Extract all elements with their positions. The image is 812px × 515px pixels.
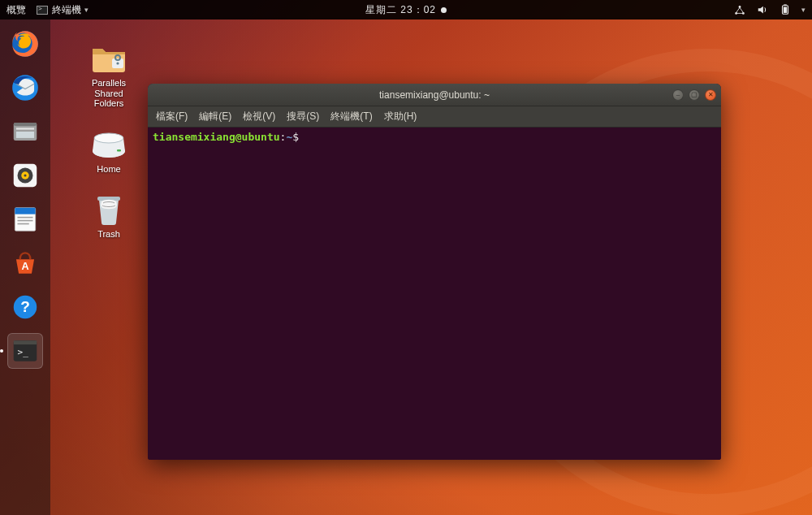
window-title: tiansemixiang@ubuntu: ~ <box>379 89 490 101</box>
close-button[interactable]: ✕ <box>705 89 716 101</box>
prompt-userhost: tiansemixiang@ubuntu <box>153 131 280 143</box>
menu-terminal[interactable]: 終端機(T) <box>330 110 372 123</box>
desktop-icon-label: Parallels Shared Folders <box>92 78 126 109</box>
desktop-icon-label: Trash <box>97 229 120 239</box>
dock-firefox[interactable] <box>7 26 43 62</box>
dock-files[interactable] <box>7 114 43 149</box>
app-menu[interactable]: 終端機 ▾ <box>36 3 89 17</box>
svg-rect-5 <box>784 7 787 13</box>
svg-point-31 <box>94 133 123 143</box>
terminal-menubar: 檔案(F) 編輯(E) 檢視(V) 搜尋(S) 終端機(T) 求助(H) <box>148 106 721 128</box>
svg-rect-25 <box>14 340 37 344</box>
menu-search[interactable]: 搜尋(S) <box>287 110 319 123</box>
minimize-button[interactable]: – <box>672 89 684 101</box>
dock-writer[interactable] <box>7 201 43 237</box>
svg-rect-19 <box>18 220 33 222</box>
dock-terminal[interactable]: >_ <box>7 333 43 369</box>
clock[interactable]: 星期二 23：02 <box>365 3 447 17</box>
desktop-icon-trash[interactable]: Trash <box>73 190 145 239</box>
svg-text:>_: >_ <box>18 347 29 357</box>
firefox-icon <box>10 28 41 59</box>
dock: A ? >_ <box>0 19 50 515</box>
menu-file[interactable]: 檔案(F) <box>156 110 188 123</box>
svg-rect-18 <box>18 217 33 219</box>
chevron-down-icon: ▾ <box>801 6 806 14</box>
desktop-icon-parallels-shared[interactable]: Parallels Shared Folders <box>73 39 145 109</box>
maximize-button[interactable]: ▢ <box>689 89 700 101</box>
rhythmbox-icon <box>10 160 41 191</box>
svg-rect-10 <box>16 128 34 129</box>
svg-rect-32 <box>117 149 121 152</box>
svg-rect-11 <box>16 132 34 138</box>
drive-icon <box>89 125 128 161</box>
terminal-icon: >_ <box>10 335 41 366</box>
thunderbird-icon <box>10 72 41 103</box>
system-tray[interactable]: ▾ <box>733 3 806 16</box>
volume-icon[interactable] <box>756 3 769 16</box>
network-icon[interactable] <box>733 3 746 16</box>
svg-rect-17 <box>15 208 35 214</box>
prompt-symbol: $ <box>292 131 299 143</box>
window-titlebar[interactable]: tiansemixiang@ubuntu: ~ – ▢ ✕ <box>148 84 721 106</box>
top-panel: 概覽 終端機 ▾ 星期二 23：02 ▾ <box>0 0 812 19</box>
software-icon: A <box>10 248 41 279</box>
svg-text:?: ? <box>20 298 30 315</box>
terminal-body[interactable]: tiansemixiang@ubuntu:~$ <box>148 128 721 460</box>
terminal-window: tiansemixiang@ubuntu: ~ – ▢ ✕ 檔案(F) 編輯(E… <box>148 84 721 460</box>
folder-lock-icon <box>89 39 128 75</box>
app-menu-label: 終端機 <box>52 3 81 17</box>
dock-software[interactable]: A <box>7 245 43 281</box>
dock-help[interactable]: ? <box>7 289 43 325</box>
writer-icon <box>10 204 41 235</box>
chevron-down-icon: ▾ <box>84 6 89 14</box>
files-icon <box>10 116 41 147</box>
svg-point-29 <box>116 62 119 64</box>
clock-label: 星期二 23：02 <box>365 3 436 17</box>
terminal-small-icon <box>36 3 49 16</box>
dock-rhythmbox[interactable] <box>7 158 43 193</box>
battery-icon[interactable] <box>779 3 792 16</box>
dock-thunderbird[interactable] <box>7 70 43 106</box>
menu-view[interactable]: 檢視(V) <box>243 110 275 123</box>
trash-icon <box>89 190 128 226</box>
desktop-icons-area: Parallels Shared Folders Home <box>73 39 145 239</box>
notification-dot-icon <box>441 7 447 13</box>
menu-help[interactable]: 求助(H) <box>384 110 417 123</box>
svg-rect-9 <box>14 123 37 126</box>
menu-edit[interactable]: 編輯(E) <box>199 110 231 123</box>
desktop-icon-label: Home <box>97 164 120 174</box>
desktop-icon-home[interactable]: Home <box>73 125 145 174</box>
activities-button[interactable]: 概覽 <box>6 3 26 17</box>
svg-rect-20 <box>18 223 29 225</box>
svg-point-15 <box>24 174 26 176</box>
help-icon: ? <box>10 292 41 322</box>
desktop-background: 概覽 終端機 ▾ 星期二 23：02 ▾ <box>0 0 812 515</box>
window-controls: – ▢ ✕ <box>672 89 716 101</box>
svg-text:A: A <box>21 261 28 272</box>
svg-rect-4 <box>784 4 787 5</box>
